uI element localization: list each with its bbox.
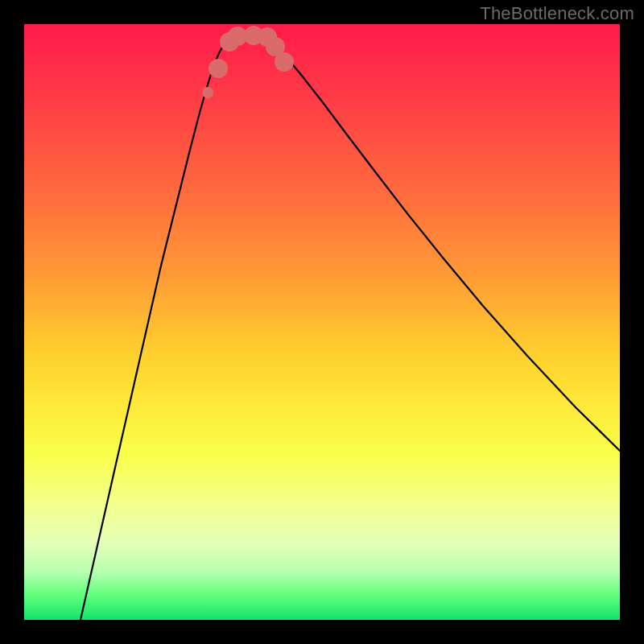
series-left-curve — [80, 35, 232, 620]
series-group — [80, 34, 620, 620]
marker-group — [202, 26, 294, 98]
plot-area — [24, 24, 620, 620]
watermark-text: TheBottleneck.com — [480, 3, 634, 24]
marker-left-pill-top — [208, 59, 228, 78]
marker-dot — [202, 87, 213, 98]
marker-right-pill-top — [275, 52, 294, 72]
series-right-curve — [266, 35, 620, 451]
curve-layer — [24, 24, 620, 620]
chart-frame: TheBottleneck.com — [0, 0, 644, 644]
